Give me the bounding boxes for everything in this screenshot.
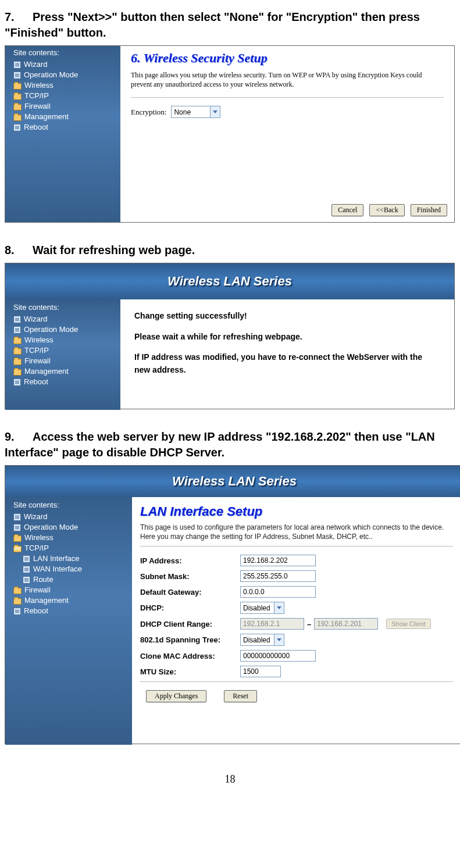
back-button[interactable]: <<Back [369, 204, 404, 216]
step-text: Press "Next>>" button then select "None"… [5, 10, 420, 39]
sidebar-item-management[interactable]: Management [9, 366, 120, 377]
stp-label: 802.1d Spanning Tree: [140, 635, 240, 644]
page-icon [13, 124, 21, 131]
folder-icon [13, 359, 22, 365]
page-description: This page is used to configure the param… [140, 523, 453, 541]
sidebar-item-waninterface[interactable]: WAN Interface [9, 564, 132, 574]
dhcp-select[interactable]: Disabled [240, 602, 284, 614]
page-title: LAN Interface Setup [140, 504, 453, 519]
ip-input[interactable] [240, 555, 316, 566]
sidebar-item-firewall[interactable]: Firewall [9, 101, 120, 112]
range-to-input [314, 618, 378, 630]
page-description: This page allows you setup the wireless … [131, 70, 444, 89]
dhcp-label: DHCP: [140, 603, 240, 612]
status-line-1: Change setting successfully! [134, 310, 440, 323]
security-setup-main: 6. Wireless Security Setup This page all… [120, 46, 454, 222]
page-icon [13, 524, 21, 531]
page-icon [23, 555, 30, 563]
sidebar-item-operationmode[interactable]: Operation Mode [9, 522, 132, 533]
instruction-step-9: 9.Access the web server by new IP addres… [5, 429, 455, 460]
sidebar-item-label: TCP/IP [24, 91, 49, 101]
sidebar-item-wizard[interactable]: Wizard [9, 314, 120, 324]
gw-label: Default Gateway: [140, 588, 240, 596]
sidebar-item-firewall[interactable]: Firewall [9, 356, 120, 366]
step-text: Access the web server by new IP address … [5, 430, 435, 459]
apply-button[interactable]: Apply Changes [146, 690, 206, 702]
sidebar-item-firewall[interactable]: Firewall [9, 585, 132, 595]
sidebar-item-tcpip[interactable]: TCP/IP [9, 91, 120, 101]
row-mask: Subnet Mask: [140, 570, 453, 582]
sidebar-item-laninterface[interactable]: LAN Interface [9, 553, 132, 564]
sidebar: Site contents: Wizard Operation Mode Wir… [5, 299, 120, 410]
sidebar-item-label: TCP/IP [24, 544, 49, 553]
reset-button[interactable]: Reset [224, 690, 257, 702]
encryption-row: Encryption: None [131, 106, 444, 118]
button-row: Cancel <<Back Finished [331, 204, 447, 216]
divider [131, 97, 444, 98]
mask-input[interactable] [240, 570, 316, 582]
folder-icon [13, 115, 22, 121]
sidebar-item-operationmode[interactable]: Operation Mode [9, 324, 120, 335]
mtu-input[interactable] [240, 666, 281, 677]
folder-icon [13, 338, 22, 344]
sidebar-item-label: Operation Mode [24, 70, 78, 80]
banner: Wireless LAN Series [5, 263, 454, 299]
sidebar-item-route[interactable]: Route [9, 574, 132, 585]
folder-icon [13, 598, 22, 605]
divider [140, 546, 453, 546]
gw-input[interactable] [240, 586, 316, 598]
folder-icon [13, 535, 22, 542]
sidebar-item-wireless[interactable]: Wireless [9, 80, 120, 91]
sidebar-item-tcpip[interactable]: TCP/IP [9, 345, 120, 356]
sidebar-item-tcpip[interactable]: TCP/IP [9, 543, 132, 553]
sidebar-item-label: Operation Mode [24, 325, 78, 334]
page-icon [13, 72, 21, 79]
sidebar-item-reboot[interactable]: Reboot [9, 122, 120, 133]
sidebar-item-label: Reboot [24, 606, 48, 616]
row-gw: Default Gateway: [140, 586, 453, 598]
folder-icon [13, 83, 22, 90]
sidebar-item-label: Management [24, 596, 69, 605]
row-ip: IP Address: [140, 555, 453, 566]
range-from-input [240, 618, 304, 630]
sidebar-item-reboot[interactable]: Reboot [9, 606, 132, 616]
folder-icon [13, 104, 22, 110]
dhcp-value: Disabled [241, 604, 274, 612]
sidebar-item-management[interactable]: Management [9, 595, 132, 606]
row-range: DHCP Client Range: – Show Client [140, 618, 453, 630]
page-icon [13, 513, 21, 521]
instruction-step-8: 8.Wait for refreshing web page. [5, 242, 455, 258]
page-icon [13, 316, 21, 323]
divider [140, 681, 453, 682]
status-line-2: Please wait a while for refreshing webpa… [134, 331, 440, 344]
row-dhcp: DHCP: Disabled [140, 602, 453, 614]
sidebar-item-management[interactable]: Management [9, 112, 120, 122]
page-icon [23, 576, 30, 584]
mac-input[interactable] [240, 650, 316, 662]
sidebar-item-label: LAN Interface [33, 554, 80, 563]
sidebar-item-operationmode[interactable]: Operation Mode [9, 70, 120, 80]
chevron-down-icon [210, 106, 220, 117]
sidebar-item-label: WAN Interface [33, 565, 82, 574]
sidebar-item-wizard[interactable]: Wizard [9, 59, 120, 70]
stp-select[interactable]: Disabled [240, 634, 284, 646]
step-number: 7. [5, 9, 33, 25]
sidebar-item-wireless[interactable]: Wireless [9, 533, 132, 543]
sidebar-item-reboot[interactable]: Reboot [9, 377, 120, 387]
sidebar: Site contents: Wizard Operation Mode Wir… [5, 497, 132, 745]
encryption-select[interactable]: None [171, 106, 220, 118]
sidebar-item-wireless[interactable]: Wireless [9, 335, 120, 345]
cancel-button[interactable]: Cancel [331, 204, 363, 216]
status-line-3: If IP address was modified, you have to … [134, 351, 440, 376]
sidebar-item-label: Wireless [24, 81, 54, 90]
sidebar-item-label: Firewall [24, 585, 51, 595]
range-dash: – [304, 620, 314, 628]
page-title: 6. Wireless Security Setup [131, 51, 444, 66]
sidebar-item-wizard[interactable]: Wizard [9, 512, 132, 522]
finished-button[interactable]: Finished [411, 204, 447, 216]
sidebar-item-label: Firewall [24, 102, 51, 111]
banner-label: Wireless LAN Series [172, 474, 297, 489]
instruction-step-7: 7.Press "Next>>" button then select "Non… [5, 9, 455, 41]
form: IP Address: Subnet Mask: Default Gateway… [140, 555, 453, 677]
sidebar-item-label: Reboot [24, 123, 48, 132]
